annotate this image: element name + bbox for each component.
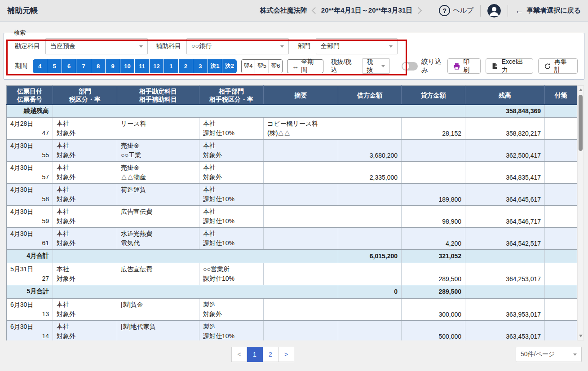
back-to-business-select-button[interactable]: ← 事業者選択に戻る	[515, 6, 581, 16]
print-button[interactable]: 印刷	[447, 58, 481, 74]
tax-mode-label: 税抜/税込	[331, 58, 356, 74]
toggle-knob	[402, 63, 409, 70]
excel-export-button[interactable]: Excel出力	[486, 58, 533, 74]
divider	[508, 5, 508, 17]
account-value: 当座預金	[50, 42, 75, 50]
period-month-button[interactable]: 6	[62, 59, 76, 73]
period-month-button[interactable]: 8	[91, 59, 105, 73]
chevron-down-icon	[280, 45, 284, 48]
excel-export-label: Excel出力	[502, 58, 528, 74]
scroll-down-button[interactable]	[578, 333, 584, 339]
period-month-button[interactable]: 1	[164, 59, 178, 73]
period-month-group: 456789101112123決1決2	[33, 59, 237, 73]
recalculate-button[interactable]: 再集計	[538, 58, 578, 74]
help-button[interactable]: ? ヘルプ	[439, 5, 473, 16]
help-label: ヘルプ	[453, 6, 473, 15]
tax-mode-select[interactable]: 税抜	[362, 58, 390, 74]
pagination-next-button[interactable]: >	[279, 347, 294, 362]
subaccount-select[interactable]: ○○銀行	[186, 38, 289, 54]
ledger-entry-row[interactable]: 6月30日13本社対象外[製]賃金製造対象外300,000363,953,017	[7, 298, 577, 320]
ledger-body: 繰越残高358,848,3694月28日47本社対象外リース料本社課対仕10%コ…	[7, 105, 577, 340]
column-header: 付箋	[545, 86, 577, 105]
pagination-page-button[interactable]: 1	[247, 347, 263, 362]
period-month-button[interactable]: 5	[47, 59, 61, 73]
period-month-button[interactable]: 7	[76, 59, 90, 73]
period-month-button[interactable]: 決1	[208, 59, 222, 73]
all-period-label: 全期間	[301, 58, 318, 74]
recalculate-label: 再集計	[554, 58, 572, 74]
account-select[interactable]: 当座預金	[45, 38, 148, 54]
period-month-button[interactable]: 決2	[222, 59, 236, 73]
ledger-entry-row[interactable]: 4月28日47本社対象外リース料本社課対仕10%コピー機リース料(株)△△28,…	[7, 117, 577, 139]
column-header: 摘要	[264, 86, 338, 105]
column-header: 部門税区分・率	[53, 86, 117, 105]
ledger-entry-row[interactable]: 4月30日55本社対象外売掛金○○工業本社対象外3,680,200362,500…	[7, 139, 577, 161]
back-arrow-icon: ←	[515, 6, 523, 16]
ledger-entry-row[interactable]: 4月30日58本社対象外荷造運賃本社課対仕10%189,800364,645,6…	[7, 183, 577, 205]
ledger-entry-row[interactable]: 4月30日57本社対象外売掛金△△物産本社対象外2,335,000364,835…	[7, 161, 577, 183]
search-legend: 検索	[11, 29, 28, 37]
pagination: <12>	[231, 347, 294, 362]
filter-toggle-label: 絞り込み	[421, 57, 447, 75]
back-label: 事業者選択に戻る	[526, 6, 581, 15]
department-select[interactable]: 全部門	[316, 38, 398, 54]
scroll-up-icon	[579, 88, 583, 91]
department-value: 全部門	[321, 42, 340, 50]
all-period-button[interactable]: ↔ 全期間	[287, 59, 323, 73]
chevron-down-icon	[139, 45, 143, 48]
period-month-button[interactable]: 9	[106, 59, 119, 73]
help-icon: ?	[439, 5, 450, 16]
subtotal-row: 4月合計6,015,200321,052	[7, 249, 577, 263]
period-month-button[interactable]: 2	[179, 59, 193, 73]
refresh-icon	[544, 62, 551, 70]
toggle-track	[402, 62, 418, 71]
page-size-select[interactable]: 50件/ページ	[516, 347, 582, 362]
opening-balance-row: 繰越残高358,848,369	[7, 105, 577, 117]
period-next-month-button[interactable]: 翌5	[255, 60, 269, 73]
chevron-down-icon	[573, 353, 577, 356]
column-header: 相手勘定科目相手補助科目	[117, 86, 199, 105]
period-month-button[interactable]: 4	[33, 59, 47, 73]
page-size-value: 50件/ページ	[521, 350, 555, 358]
all-period-icon: ↔	[292, 62, 299, 70]
period-next-month-button[interactable]: 翌6	[269, 60, 283, 73]
subaccount-value: ○○銀行	[191, 42, 212, 50]
subaccount-label: 補助科目	[156, 42, 181, 50]
column-header: 相手部門相手税区分・率	[199, 86, 264, 105]
account-label: 勘定科目	[15, 42, 40, 50]
scrollbar-thumb[interactable]	[579, 95, 583, 151]
period-month-button[interactable]: 10	[120, 59, 134, 73]
user-avatar-icon[interactable]	[487, 4, 501, 18]
period-label: 期間	[15, 62, 27, 70]
pagination-prev-button[interactable]: <	[231, 347, 247, 362]
ledger-entry-row[interactable]: 5月31日27本社対象外広告宣伝費○○営業所課対仕10%289,500364,2…	[7, 263, 577, 285]
column-header: 貸方金額	[402, 86, 465, 105]
print-label: 印刷	[463, 58, 475, 74]
department-label: 部門	[298, 42, 310, 50]
chevron-down-icon	[389, 45, 393, 48]
ledger-entry-row[interactable]: 4月30日59本社対象外広告宣伝費本社課対仕10%98,900364,546,7…	[7, 205, 577, 227]
ledger-entry-row[interactable]: 6月30日14本社対象外[製]地代家賃製造課対仕10%500,000363,45…	[7, 320, 577, 340]
scroll-up-button[interactable]	[578, 87, 584, 93]
subtotal-row: 5月合計0289,500	[7, 285, 577, 298]
pagination-page-button[interactable]: 2	[263, 347, 279, 362]
printer-icon	[453, 62, 460, 70]
tax-mode-value: 税抜	[367, 58, 378, 74]
period-month-button[interactable]: 12	[150, 59, 164, 73]
divider	[480, 5, 481, 17]
ledger-entry-row[interactable]: 4月30日61本社対象外水道光熱費電気代本社課対仕10%4,200364,542…	[7, 227, 577, 249]
period-month-button[interactable]: 3	[193, 59, 207, 73]
column-header: 借方金額	[338, 86, 402, 105]
excel-export-icon	[491, 62, 499, 70]
ledger-table: 伝票日付伝票番号部門税区分・率相手勘定科目相手補助科目相手部門相手税区分・率摘要…	[6, 85, 577, 340]
period-next-month-group: 翌4翌5翌6	[241, 59, 283, 73]
fiscal-period-range: 20**年4月1日～20**年3月31日	[321, 6, 412, 15]
scroll-down-icon	[579, 335, 583, 337]
previous-period-icon[interactable]	[312, 7, 319, 14]
column-header: 伝票日付伝票番号	[7, 86, 53, 105]
filter-toggle[interactable]: 絞り込み	[402, 57, 447, 75]
next-period-icon[interactable]	[415, 7, 422, 14]
period-month-button[interactable]: 11	[135, 59, 149, 73]
period-next-month-button[interactable]: 翌4	[242, 60, 255, 73]
vertical-scrollbar[interactable]	[577, 85, 584, 340]
